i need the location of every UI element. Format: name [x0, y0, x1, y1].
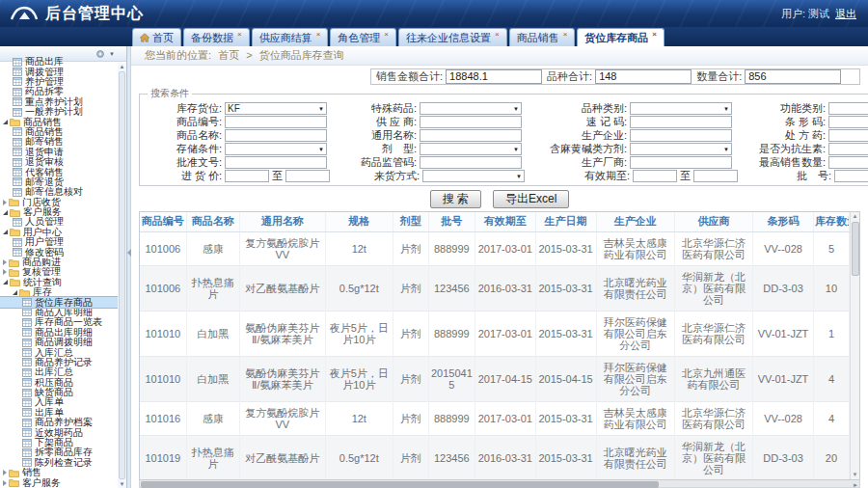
search-input[interactable] [828, 156, 868, 169]
table-cell: 4 [813, 401, 849, 435]
scroll-down-icon[interactable]: ▼ [120, 480, 125, 488]
collapse-arrow-icon[interactable] [3, 269, 7, 275]
search-input[interactable] [225, 116, 327, 128]
collapse-arrow-icon[interactable] [3, 470, 7, 475]
search-input[interactable] [225, 129, 327, 142]
expand-arrow-icon[interactable] [3, 280, 8, 285]
search-input[interactable] [420, 129, 522, 142]
search-select[interactable]: ▼ [828, 102, 868, 115]
search-select[interactable]: ▼ [828, 129, 868, 142]
tab[interactable]: 备份数据 × [183, 28, 250, 46]
column-header[interactable]: 规格 [325, 212, 393, 231]
tab[interactable]: 往来企业信息设置 × [398, 28, 507, 46]
search-select[interactable]: ▼ [225, 143, 327, 155]
search-select[interactable]: ▼ [422, 170, 525, 182]
table-row[interactable]: 101010白加黑氨酚伪麻美芬片Ⅱ/氨麻苯美片夜片5片，日片10片片剂20150… [140, 356, 850, 401]
table-row[interactable]: 101010白加黑氨酚伪麻美芬片Ⅱ/氨麻苯美片夜片5片，日片10片片剂88899… [140, 311, 850, 356]
range-from-input[interactable] [633, 170, 677, 182]
tree-item[interactable]: 统计查询 [0, 278, 126, 287]
tree-item[interactable]: 复核管理 [0, 267, 126, 277]
search-input[interactable] [834, 170, 868, 182]
action-button[interactable]: 搜 索 [430, 190, 481, 208]
tree-item[interactable]: 邮寄信息核对 [0, 187, 126, 197]
search-input[interactable] [630, 156, 732, 169]
table-cell: 20150415 [428, 356, 475, 401]
search-field-label: 条 形 码: [732, 115, 828, 129]
column-header[interactable]: 库存数量 [813, 212, 849, 231]
column-header[interactable]: 供应商 [674, 212, 752, 231]
tab[interactable]: 商品销售 × [509, 28, 576, 46]
column-header[interactable]: 商品名称 [186, 212, 239, 231]
collapse-arrow-icon[interactable] [3, 259, 7, 265]
tree-item[interactable]: 人员管理 [0, 217, 126, 227]
search-input[interactable] [420, 156, 522, 169]
search-input[interactable] [225, 156, 327, 169]
search-select[interactable]: ▼ [420, 102, 522, 115]
tab-close-icon[interactable]: × [316, 30, 321, 39]
column-header[interactable]: 批号 [428, 212, 475, 231]
column-header[interactable]: 生产日期 [535, 212, 596, 231]
tree-item[interactable]: 客户服务 [0, 477, 126, 487]
expand-arrow-icon[interactable] [3, 120, 8, 124]
action-button[interactable]: 导出Excel [493, 190, 569, 208]
tab[interactable]: 供应商结算 × [252, 28, 329, 46]
search-input[interactable] [630, 129, 732, 142]
expand-arrow-icon[interactable] [13, 290, 17, 295]
column-header[interactable]: 生产企业 [596, 212, 674, 231]
table-row[interactable]: 101016感康复方氨酚烷胺片VV12t片剂8889992017-03-0120… [140, 401, 850, 435]
search-select[interactable]: ▼ [630, 143, 732, 155]
search-select[interactable]: ▼ [630, 102, 732, 115]
scroll-down-icon[interactable]: ▼ [853, 471, 858, 479]
tab-close-icon[interactable]: × [563, 30, 568, 39]
range-from-input[interactable] [225, 170, 269, 182]
search-input[interactable] [828, 116, 868, 128]
collapse-handle-icon[interactable] [127, 249, 131, 257]
caret-down-icon: ▼ [723, 106, 729, 112]
search-input[interactable] [630, 116, 732, 128]
tab-close-icon[interactable]: × [495, 30, 500, 39]
tab[interactable]: 货位库存商品 × [577, 28, 665, 46]
sidebar-scrollbar[interactable]: ▲ ▼ [118, 63, 126, 488]
column-header[interactable]: 有效期至 [475, 212, 535, 231]
column-header[interactable]: 剂型 [393, 212, 428, 231]
search-select[interactable]: ▼ [828, 143, 868, 155]
tab[interactable]: 角色管理 × [330, 28, 396, 46]
search-form-row: 批准文号: 药品监管码: 生产厂商: [144, 156, 868, 169]
tab-close-icon[interactable]: × [237, 30, 242, 39]
range-to-input[interactable] [285, 170, 330, 182]
tab[interactable]: 首页 [132, 28, 181, 46]
scrollbar-thumb[interactable] [852, 222, 859, 276]
tab-close-icon[interactable]: × [652, 30, 657, 39]
scroll-right-icon[interactable]: ► [853, 481, 858, 488]
tree-item[interactable]: 一般养护计划 [0, 107, 126, 117]
folder-icon [9, 198, 19, 206]
vertical-scrollbar[interactable]: ▲ ▼ [850, 212, 859, 479]
column-header[interactable]: 条形码 [753, 212, 814, 231]
tree-item[interactable]: 陈列检查记录 [0, 458, 126, 468]
column-header[interactable]: 通用名称 [239, 212, 325, 231]
tree-item[interactable]: 修改密码 [0, 247, 126, 257]
expand-arrow-icon[interactable] [3, 210, 8, 215]
sidebar-splitter[interactable] [127, 46, 131, 488]
scrollbar-thumb[interactable] [119, 71, 125, 479]
logout-link[interactable]: 退出 [835, 8, 856, 19]
column-header[interactable]: 商品编号 [140, 212, 186, 231]
search-field: 库存货位: KF ▼ [144, 101, 327, 116]
expand-arrow-icon[interactable] [3, 230, 8, 234]
table-row[interactable]: 101019扑热息痛片对乙酰氨基酚片0.5g*12t片剂1234562016-0… [140, 435, 850, 480]
collapse-arrow-icon[interactable] [3, 200, 7, 205]
search-select[interactable]: KF ▼ [225, 102, 327, 115]
scrollbar-thumb[interactable] [141, 481, 659, 488]
breadcrumb-home-link[interactable]: 首页 [218, 49, 239, 61]
tab-close-icon[interactable]: × [384, 30, 389, 39]
scroll-up-icon[interactable]: ▲ [120, 63, 125, 70]
table-row[interactable]: 101006扑热息痛片对乙酰氨基酚片0.5g*12t片剂1234562016-0… [140, 265, 850, 311]
horizontal-scrollbar[interactable]: ► [139, 480, 860, 488]
search-select[interactable]: ▼ [420, 143, 522, 155]
range-to-input[interactable] [693, 170, 738, 182]
table-row[interactable]: 101006感康复方氨酚烷胺片VV12t片剂8889992017-03-0120… [140, 231, 850, 265]
scroll-up-icon[interactable]: ▲ [853, 212, 858, 221]
collapse-arrow-icon[interactable] [3, 480, 7, 486]
search-input[interactable] [420, 116, 522, 128]
chevron-down-icon[interactable]: ▼ [109, 51, 115, 57]
